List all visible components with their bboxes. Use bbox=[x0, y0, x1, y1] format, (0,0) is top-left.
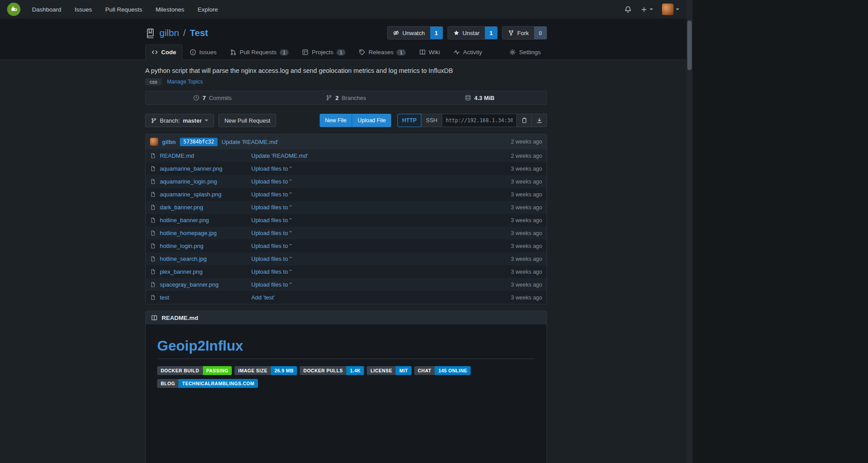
shield-badge[interactable]: DOCKER PULLS 1.4K bbox=[300, 366, 364, 375]
stars-count[interactable]: 1 bbox=[485, 27, 497, 39]
tab-code[interactable]: Code bbox=[145, 44, 182, 60]
shield-badge[interactable]: BLOG TECHNICALRAMBLINGS.COM bbox=[157, 379, 258, 388]
http-protocol-toggle[interactable]: HTTP bbox=[397, 114, 422, 127]
nav-item[interactable]: Milestones bbox=[155, 6, 184, 13]
file-commit-message-link[interactable]: Upload files to '' bbox=[251, 165, 292, 172]
issue-icon bbox=[190, 49, 196, 56]
projects-count-badge: 1 bbox=[337, 49, 345, 56]
file-name-link[interactable]: aquamarine_login.png bbox=[160, 178, 217, 185]
file-icon bbox=[150, 269, 156, 275]
fork-button[interactable]: Fork 0 bbox=[502, 26, 547, 40]
watchers-count[interactable]: 1 bbox=[430, 27, 443, 39]
repo-size-stat[interactable]: 4.3 MiB bbox=[413, 91, 547, 104]
file-name-link[interactable]: hotline_banner.png bbox=[160, 217, 209, 224]
notifications-bell-icon[interactable] bbox=[624, 6, 632, 13]
scrollbar[interactable] bbox=[686, 0, 693, 463]
file-icon bbox=[150, 192, 156, 197]
file-name-link[interactable]: README.md bbox=[160, 152, 194, 159]
file-name-link[interactable]: test bbox=[160, 294, 169, 301]
branch-dropdown[interactable]: Branch:master bbox=[145, 114, 214, 127]
gitea-logo[interactable] bbox=[7, 3, 20, 16]
projects-icon bbox=[302, 49, 309, 56]
file-name-link[interactable]: hotline_login.png bbox=[160, 243, 203, 249]
file-name-link[interactable]: spacegray_banner.png bbox=[160, 281, 218, 288]
download-icon bbox=[536, 117, 543, 124]
unwatch-button[interactable]: Unwatch 1 bbox=[387, 26, 443, 40]
branches-stat[interactable]: 2Branches bbox=[279, 91, 413, 104]
file-icon bbox=[150, 217, 156, 223]
file-commit-message-link[interactable]: Upload files to '' bbox=[251, 243, 292, 249]
tab-issues[interactable]: Issues bbox=[183, 44, 223, 60]
file-commit-message-link[interactable]: Upload files to '' bbox=[251, 191, 292, 198]
file-commit-time: 3 weeks ago bbox=[493, 179, 542, 185]
file-row: hotline_banner.png Upload files to '' 3 … bbox=[146, 214, 547, 227]
file-commit-message-link[interactable]: Upload files to '' bbox=[251, 230, 292, 236]
shield-badge[interactable]: DOCKER BUILD PASSING bbox=[157, 366, 232, 375]
file-commit-time: 3 weeks ago bbox=[493, 269, 542, 275]
file-commit-message-link[interactable]: Upload files to '' bbox=[251, 204, 292, 211]
user-avatar[interactable] bbox=[662, 4, 674, 15]
topic-chip[interactable]: css bbox=[145, 78, 162, 85]
commits-stat[interactable]: 7Commits bbox=[146, 91, 279, 104]
shield-badge[interactable]: IMAGE SIZE 26.9 MB bbox=[234, 366, 297, 375]
nav-item[interactable]: Issues bbox=[75, 6, 92, 13]
shield-value: TECHNICALRAMBLINGS.COM bbox=[178, 379, 258, 388]
shield-value: MIT bbox=[396, 366, 412, 375]
shield-badge[interactable]: LICENSE MIT bbox=[367, 366, 412, 375]
user-menu-dropdown[interactable] bbox=[662, 4, 679, 15]
shield-label: LICENSE bbox=[367, 366, 396, 375]
repo-actions: Unwatch 1 Unstar 1 bbox=[387, 26, 547, 40]
file-name-link[interactable]: plex_banner.png bbox=[160, 268, 202, 275]
repo-name-link[interactable]: Test bbox=[190, 28, 208, 38]
download-archive-button[interactable] bbox=[532, 114, 547, 127]
commit-sha-badge[interactable]: 57384bfc32 bbox=[180, 138, 218, 146]
file-commit-message-link[interactable]: Upload files to '' bbox=[251, 217, 292, 224]
manage-topics-link[interactable]: Manage Topics bbox=[167, 79, 203, 85]
unwatch-label: Unwatch bbox=[402, 30, 425, 36]
tab-projects[interactable]: Projects 1 bbox=[296, 44, 352, 60]
file-commit-message-link[interactable]: Upload files to '' bbox=[251, 268, 292, 275]
file-row: README.md Update 'README.md' 2 weeks ago bbox=[146, 149, 547, 162]
tab-releases[interactable]: Releases 1 bbox=[353, 44, 412, 60]
file-commit-message-link[interactable]: Upload files to '' bbox=[251, 281, 292, 288]
tab-settings[interactable]: Settings bbox=[503, 44, 547, 60]
scrollbar-thumb[interactable] bbox=[687, 20, 692, 70]
code-toolbar: Branch:master New Pull Request New File … bbox=[145, 114, 547, 127]
file-commit-message-link[interactable]: Add 'test' bbox=[251, 294, 275, 301]
file-commit-message-link[interactable]: Update 'README.md' bbox=[251, 152, 308, 159]
nav-item[interactable]: Dashboard bbox=[32, 6, 61, 13]
forks-count[interactable]: 0 bbox=[534, 27, 547, 39]
file-name-link[interactable]: aquamarine_banner.png bbox=[160, 165, 222, 172]
create-new-dropdown[interactable] bbox=[641, 6, 653, 13]
commit-author-avatar[interactable] bbox=[150, 138, 158, 146]
commit-author-link[interactable]: gilbn bbox=[162, 139, 176, 145]
commit-message-link[interactable]: Update 'README.md' bbox=[222, 139, 278, 145]
new-file-button[interactable]: New File bbox=[320, 114, 352, 127]
file-commit-time: 3 weeks ago bbox=[493, 166, 542, 172]
file-name-link[interactable]: hotline_homepage.jpg bbox=[160, 230, 217, 236]
shield-badge[interactable]: CHAT 145 ONLINE bbox=[414, 366, 471, 375]
nav-item[interactable]: Explore bbox=[198, 6, 218, 13]
file-commit-message-link[interactable]: Upload files to '' bbox=[251, 178, 292, 185]
new-pull-request-button[interactable]: New Pull Request bbox=[218, 114, 276, 127]
file-name-link[interactable]: dark_banner.png bbox=[160, 204, 203, 211]
copy-clone-url-button[interactable] bbox=[517, 114, 532, 127]
file-name-link[interactable]: aquamarine_splash.png bbox=[160, 191, 222, 198]
file-icon bbox=[150, 282, 156, 287]
shield-value: 145 ONLINE bbox=[435, 366, 471, 375]
tab-wiki[interactable]: Wiki bbox=[413, 44, 447, 60]
ssh-protocol-toggle[interactable]: SSH bbox=[421, 114, 442, 127]
nav-links: Dashboard Issues Pull Requests Milestone… bbox=[32, 6, 218, 13]
code-icon bbox=[151, 49, 158, 56]
clone-url-input[interactable] bbox=[442, 114, 517, 127]
file-name-link[interactable]: hotline_search.jpg bbox=[160, 255, 207, 262]
nav-item[interactable]: Pull Requests bbox=[105, 6, 142, 13]
repo-tabs: Code Issues Pull Requests 1 bbox=[145, 44, 547, 60]
file-icon bbox=[150, 243, 156, 249]
file-commit-message-link[interactable]: Upload files to '' bbox=[251, 255, 292, 262]
unstar-button[interactable]: Unstar 1 bbox=[448, 26, 498, 40]
upload-file-button[interactable]: Upload File bbox=[352, 114, 391, 127]
tab-activity[interactable]: Activity bbox=[447, 44, 488, 60]
tab-pull-requests[interactable]: Pull Requests 1 bbox=[224, 44, 295, 60]
repo-owner-link[interactable]: gilbn bbox=[159, 28, 179, 38]
